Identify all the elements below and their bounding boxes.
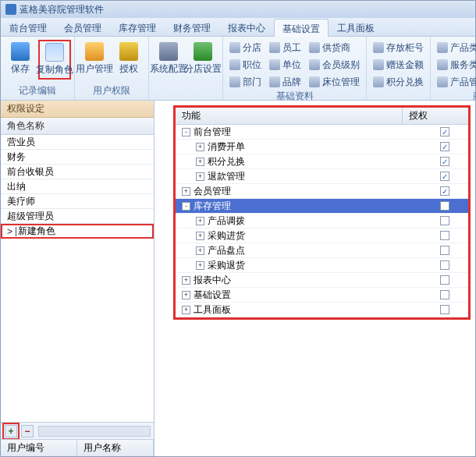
item-icon: [373, 42, 384, 53]
ribbon-item[interactable]: 分店: [226, 40, 265, 55]
tree-node[interactable]: +采购退货: [176, 258, 468, 273]
ribbon-item[interactable]: 品牌: [266, 74, 304, 90]
menu-tab[interactable]: 会员管理: [55, 18, 110, 36]
user-manage-button[interactable]: 用户管理: [78, 40, 111, 78]
panel-tab-permissions[interactable]: 权限设定: [1, 101, 154, 118]
ribbon-item[interactable]: 供货商: [306, 40, 363, 55]
tree-node-label: 积分兑换: [208, 155, 440, 168]
remove-role-button[interactable]: −: [21, 425, 34, 438]
expand-icon[interactable]: +: [182, 187, 190, 196]
save-button[interactable]: 保存: [4, 40, 37, 78]
item-icon: [309, 42, 320, 53]
tree-node[interactable]: +会员管理: [176, 184, 468, 199]
tree-node[interactable]: -库存管理: [176, 199, 468, 214]
expand-icon[interactable]: +: [196, 143, 204, 151]
role-row[interactable]: 出纳: [1, 179, 154, 194]
tree-node-label: 产品盘点: [208, 244, 440, 257]
ribbon: 保存复制角色记录编辑用户管理授权用户权限系统配置分店设置分店职位部门员工单位品牌…: [1, 37, 475, 101]
user-manage-icon: [85, 42, 104, 61]
collapse-icon[interactable]: -: [182, 202, 190, 211]
authorize-checkbox[interactable]: [440, 305, 449, 314]
expand-icon[interactable]: +: [196, 217, 204, 225]
ribbon-item[interactable]: 积分兑换: [370, 74, 427, 90]
authorize-checkbox[interactable]: [440, 201, 449, 211]
authorize-checkbox[interactable]: [440, 275, 449, 285]
expand-icon[interactable]: +: [182, 291, 190, 299]
tree-node[interactable]: +消费开单: [176, 140, 468, 154]
tree-node-label: 工具面板: [194, 303, 440, 317]
ribbon-item[interactable]: 赠送金额: [370, 57, 427, 73]
ribbon-item[interactable]: 单位: [266, 57, 304, 73]
ribbon-item[interactable]: 职位: [226, 57, 265, 73]
menu-tab[interactable]: 工具面板: [329, 18, 383, 36]
authorize-checkbox[interactable]: [440, 186, 449, 196]
ribbon-item[interactable]: 存放柜号: [370, 40, 427, 55]
ribbon-item[interactable]: 床位管理: [306, 74, 363, 90]
authorize-checkbox[interactable]: [440, 127, 449, 136]
authorize-button[interactable]: 授权: [112, 40, 145, 78]
expand-icon[interactable]: +: [196, 261, 204, 270]
expand-icon[interactable]: +: [182, 306, 190, 314]
expand-icon[interactable]: +: [196, 246, 204, 255]
user-id-header: 用户编号: [1, 440, 77, 456]
ribbon-item[interactable]: 会员级别: [306, 57, 363, 73]
store-config-button[interactable]: 分店设置: [186, 40, 219, 78]
tree-node[interactable]: +报表中心: [176, 273, 468, 288]
item-icon: [309, 76, 320, 87]
role-row[interactable]: 超级管理员: [1, 209, 154, 224]
tree-node-label: 采购进货: [208, 229, 440, 243]
ribbon-item[interactable]: 产品管理: [434, 74, 476, 90]
tree-node-label: 消费开单: [208, 140, 440, 154]
authorize-checkbox[interactable]: [440, 172, 449, 181]
menu-tab[interactable]: 前台管理: [1, 18, 55, 36]
ribbon-item[interactable]: 产品类型: [434, 40, 476, 55]
scrollbar-track[interactable]: [38, 426, 151, 437]
tree-node[interactable]: -前台管理: [176, 125, 468, 140]
item-icon: [229, 59, 240, 70]
expand-icon[interactable]: +: [196, 158, 204, 166]
role-row[interactable]: 前台收银员: [1, 165, 154, 179]
user-name-header: 用户名称: [77, 440, 154, 456]
system-config-button[interactable]: 系统配置: [152, 40, 185, 78]
ribbon-item[interactable]: 服务类型: [434, 57, 476, 73]
authorize-checkbox[interactable]: [440, 216, 449, 225]
expand-icon[interactable]: +: [182, 276, 190, 285]
item-icon: [269, 42, 280, 53]
menu-tab[interactable]: 报表中心: [219, 18, 274, 36]
tree-node[interactable]: +采购进货: [176, 228, 468, 243]
ribbon-item[interactable]: 员工: [266, 40, 304, 55]
tree-node[interactable]: +积分兑换: [176, 154, 468, 169]
authorize-checkbox[interactable]: [440, 260, 449, 270]
tree-node[interactable]: +工具面板: [176, 303, 468, 317]
authorize-checkbox[interactable]: [440, 157, 449, 166]
collapse-icon[interactable]: -: [182, 128, 190, 136]
role-row[interactable]: 美疗师: [1, 194, 154, 209]
ribbon-item[interactable]: 部门: [226, 74, 265, 90]
role-row[interactable]: 财务: [1, 150, 154, 165]
authorize-checkbox[interactable]: [440, 246, 449, 255]
role-row[interactable]: 营业员: [1, 135, 154, 150]
expand-icon[interactable]: +: [196, 172, 204, 181]
authorize-checkbox[interactable]: [440, 142, 449, 151]
role-row-editing[interactable]: 新建角色: [1, 224, 154, 239]
item-icon: [437, 76, 448, 87]
store-config-icon: [194, 42, 212, 61]
expand-icon[interactable]: +: [196, 232, 204, 240]
app-icon: [5, 4, 16, 15]
menu-tab[interactable]: 财务管理: [165, 18, 219, 36]
tree-node-label: 采购退货: [208, 259, 440, 272]
authorize-checkbox[interactable]: [440, 231, 449, 240]
tree-node[interactable]: +产品调拨: [176, 214, 468, 228]
authorize-checkbox[interactable]: [440, 290, 449, 299]
menu-tab[interactable]: 库存管理: [110, 18, 165, 36]
tree-node[interactable]: +产品盘点: [176, 243, 468, 258]
tree-node[interactable]: +退款管理: [176, 169, 468, 184]
add-role-button[interactable]: +: [5, 425, 17, 438]
user-columns: 用户编号 用户名称: [1, 439, 154, 456]
item-icon: [269, 76, 280, 87]
item-icon: [373, 59, 384, 70]
window-title: 蓝格美容院管理软件: [20, 3, 104, 16]
copy-role-button[interactable]: 复制角色: [38, 40, 71, 80]
menu-tab[interactable]: 基础设置: [274, 19, 329, 37]
tree-node[interactable]: +基础设置: [176, 288, 468, 303]
